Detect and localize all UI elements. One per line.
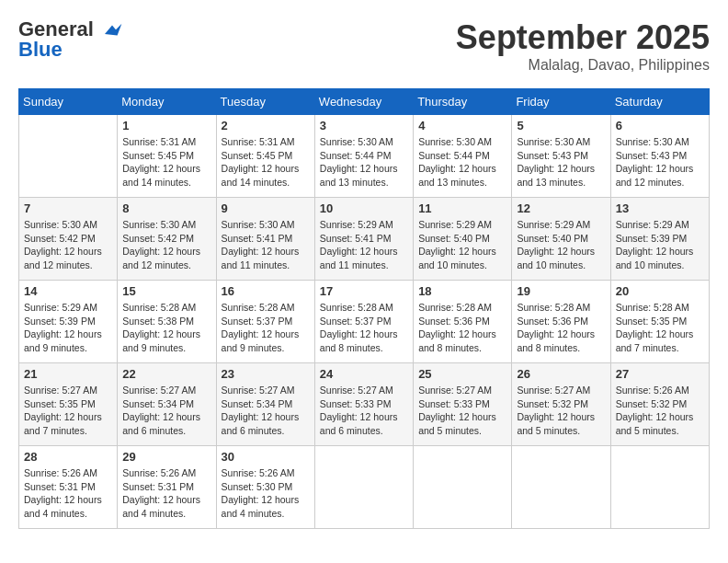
day-number: 7 bbox=[24, 201, 112, 215]
day-number: 9 bbox=[222, 201, 310, 215]
day-info: Sunrise: 5:30 AM Sunset: 5:43 PM Dayligh… bbox=[616, 135, 704, 190]
day-info: Sunrise: 5:31 AM Sunset: 5:45 PM Dayligh… bbox=[122, 135, 210, 190]
weekday-header-wednesday: Wednesday bbox=[314, 89, 413, 115]
day-number: 19 bbox=[517, 284, 605, 298]
calendar-cell: 7Sunrise: 5:30 AM Sunset: 5:42 PM Daylig… bbox=[19, 198, 118, 281]
calendar-cell: 28Sunrise: 5:26 AM Sunset: 5:31 PM Dayli… bbox=[19, 446, 118, 529]
calendar-cell bbox=[314, 446, 413, 529]
weekday-header-monday: Monday bbox=[118, 89, 216, 115]
calendar-cell: 20Sunrise: 5:28 AM Sunset: 5:35 PM Dayli… bbox=[610, 281, 709, 363]
day-number: 20 bbox=[616, 284, 704, 298]
day-info: Sunrise: 5:27 AM Sunset: 5:34 PM Dayligh… bbox=[222, 384, 310, 438]
weekday-header-tuesday: Tuesday bbox=[216, 89, 314, 115]
calendar-cell bbox=[512, 446, 610, 529]
day-number: 23 bbox=[222, 367, 310, 381]
logo: General Blue bbox=[18, 18, 123, 62]
day-number: 30 bbox=[222, 450, 310, 464]
day-info: Sunrise: 5:29 AM Sunset: 5:39 PM Dayligh… bbox=[616, 218, 704, 272]
calendar-cell: 5Sunrise: 5:30 AM Sunset: 5:43 PM Daylig… bbox=[512, 115, 610, 198]
calendar-cell: 22Sunrise: 5:27 AM Sunset: 5:34 PM Dayli… bbox=[118, 363, 216, 446]
logo-bird-icon bbox=[101, 19, 123, 41]
calendar-cell: 29Sunrise: 5:26 AM Sunset: 5:31 PM Dayli… bbox=[118, 446, 216, 529]
calendar-cell: 25Sunrise: 5:27 AM Sunset: 5:33 PM Dayli… bbox=[414, 363, 512, 446]
day-info: Sunrise: 5:27 AM Sunset: 5:34 PM Dayligh… bbox=[122, 384, 210, 438]
weekday-header-thursday: Thursday bbox=[414, 89, 512, 115]
calendar-cell bbox=[19, 115, 118, 198]
day-number: 8 bbox=[122, 201, 210, 215]
day-number: 17 bbox=[320, 284, 408, 298]
day-info: Sunrise: 5:27 AM Sunset: 5:32 PM Dayligh… bbox=[517, 384, 605, 438]
calendar-cell: 8Sunrise: 5:30 AM Sunset: 5:42 PM Daylig… bbox=[118, 198, 216, 281]
day-number: 5 bbox=[517, 119, 605, 132]
week-row-4: 21Sunrise: 5:27 AM Sunset: 5:35 PM Dayli… bbox=[19, 363, 710, 446]
day-info: Sunrise: 5:30 AM Sunset: 5:42 PM Dayligh… bbox=[24, 218, 112, 272]
day-number: 4 bbox=[418, 119, 506, 132]
calendar-cell: 13Sunrise: 5:29 AM Sunset: 5:39 PM Dayli… bbox=[610, 198, 709, 281]
weekday-header-saturday: Saturday bbox=[610, 89, 709, 115]
day-number: 29 bbox=[122, 450, 210, 464]
day-info: Sunrise: 5:26 AM Sunset: 5:30 PM Dayligh… bbox=[222, 466, 310, 521]
calendar-cell: 24Sunrise: 5:27 AM Sunset: 5:33 PM Dayli… bbox=[314, 363, 413, 446]
day-info: Sunrise: 5:28 AM Sunset: 5:38 PM Dayligh… bbox=[122, 301, 210, 355]
day-info: Sunrise: 5:30 AM Sunset: 5:41 PM Dayligh… bbox=[222, 218, 310, 272]
day-info: Sunrise: 5:28 AM Sunset: 5:35 PM Dayligh… bbox=[616, 301, 704, 355]
calendar-cell: 27Sunrise: 5:26 AM Sunset: 5:32 PM Dayli… bbox=[610, 363, 709, 446]
day-info: Sunrise: 5:27 AM Sunset: 5:33 PM Dayligh… bbox=[320, 384, 408, 438]
day-info: Sunrise: 5:28 AM Sunset: 5:37 PM Dayligh… bbox=[222, 301, 310, 355]
calendar-cell bbox=[610, 446, 709, 529]
calendar-cell: 9Sunrise: 5:30 AM Sunset: 5:41 PM Daylig… bbox=[216, 198, 314, 281]
day-number: 26 bbox=[517, 367, 605, 381]
week-row-1: 1Sunrise: 5:31 AM Sunset: 5:45 PM Daylig… bbox=[19, 115, 710, 198]
calendar-cell: 1Sunrise: 5:31 AM Sunset: 5:45 PM Daylig… bbox=[118, 115, 216, 198]
calendar-cell: 3Sunrise: 5:30 AM Sunset: 5:44 PM Daylig… bbox=[314, 115, 413, 198]
day-info: Sunrise: 5:29 AM Sunset: 5:40 PM Dayligh… bbox=[418, 218, 506, 272]
day-info: Sunrise: 5:26 AM Sunset: 5:32 PM Dayligh… bbox=[616, 384, 704, 438]
day-info: Sunrise: 5:29 AM Sunset: 5:41 PM Dayligh… bbox=[320, 218, 408, 272]
location-title: Malalag, Davao, Philippines bbox=[456, 57, 710, 74]
day-number: 14 bbox=[24, 284, 112, 298]
day-info: Sunrise: 5:30 AM Sunset: 5:44 PM Dayligh… bbox=[418, 135, 506, 190]
weekday-header-friday: Friday bbox=[512, 89, 610, 115]
day-info: Sunrise: 5:26 AM Sunset: 5:31 PM Dayligh… bbox=[24, 466, 112, 521]
day-number: 21 bbox=[24, 367, 112, 381]
day-info: Sunrise: 5:30 AM Sunset: 5:44 PM Dayligh… bbox=[320, 135, 408, 190]
day-info: Sunrise: 5:29 AM Sunset: 5:40 PM Dayligh… bbox=[517, 218, 605, 272]
week-row-2: 7Sunrise: 5:30 AM Sunset: 5:42 PM Daylig… bbox=[19, 198, 710, 281]
day-info: Sunrise: 5:30 AM Sunset: 5:42 PM Dayligh… bbox=[122, 218, 210, 272]
calendar-cell: 17Sunrise: 5:28 AM Sunset: 5:37 PM Dayli… bbox=[314, 281, 413, 363]
calendar-cell: 2Sunrise: 5:31 AM Sunset: 5:45 PM Daylig… bbox=[216, 115, 314, 198]
day-info: Sunrise: 5:30 AM Sunset: 5:43 PM Dayligh… bbox=[517, 135, 605, 190]
day-number: 10 bbox=[320, 201, 408, 215]
calendar-cell: 4Sunrise: 5:30 AM Sunset: 5:44 PM Daylig… bbox=[414, 115, 512, 198]
day-info: Sunrise: 5:31 AM Sunset: 5:45 PM Dayligh… bbox=[222, 135, 310, 190]
day-number: 28 bbox=[24, 450, 112, 464]
day-number: 1 bbox=[122, 119, 210, 132]
calendar-table: SundayMondayTuesdayWednesdayThursdayFrid… bbox=[18, 88, 710, 529]
calendar-cell: 11Sunrise: 5:29 AM Sunset: 5:40 PM Dayli… bbox=[414, 198, 512, 281]
day-number: 15 bbox=[122, 284, 210, 298]
calendar-cell: 6Sunrise: 5:30 AM Sunset: 5:43 PM Daylig… bbox=[610, 115, 709, 198]
day-number: 11 bbox=[418, 201, 506, 215]
calendar-cell: 16Sunrise: 5:28 AM Sunset: 5:37 PM Dayli… bbox=[216, 281, 314, 363]
calendar-cell: 23Sunrise: 5:27 AM Sunset: 5:34 PM Dayli… bbox=[216, 363, 314, 446]
week-row-3: 14Sunrise: 5:29 AM Sunset: 5:39 PM Dayli… bbox=[19, 281, 710, 363]
day-number: 25 bbox=[418, 367, 506, 381]
svg-marker-0 bbox=[105, 24, 121, 36]
day-info: Sunrise: 5:27 AM Sunset: 5:33 PM Dayligh… bbox=[418, 384, 506, 438]
calendar-body: 1Sunrise: 5:31 AM Sunset: 5:45 PM Daylig… bbox=[19, 115, 710, 529]
day-number: 27 bbox=[616, 367, 704, 381]
day-info: Sunrise: 5:27 AM Sunset: 5:35 PM Dayligh… bbox=[24, 384, 112, 438]
day-info: Sunrise: 5:28 AM Sunset: 5:37 PM Dayligh… bbox=[320, 301, 408, 355]
calendar-cell: 10Sunrise: 5:29 AM Sunset: 5:41 PM Dayli… bbox=[314, 198, 413, 281]
day-info: Sunrise: 5:29 AM Sunset: 5:39 PM Dayligh… bbox=[24, 301, 112, 355]
day-number: 16 bbox=[222, 284, 310, 298]
day-number: 18 bbox=[418, 284, 506, 298]
day-number: 3 bbox=[320, 119, 408, 132]
day-info: Sunrise: 5:28 AM Sunset: 5:36 PM Dayligh… bbox=[418, 301, 506, 355]
title-area: September 2025 Malalag, Davao, Philippin… bbox=[456, 18, 710, 74]
calendar-cell: 19Sunrise: 5:28 AM Sunset: 5:36 PM Dayli… bbox=[512, 281, 610, 363]
calendar-cell: 21Sunrise: 5:27 AM Sunset: 5:35 PM Dayli… bbox=[19, 363, 118, 446]
day-number: 22 bbox=[122, 367, 210, 381]
week-row-5: 28Sunrise: 5:26 AM Sunset: 5:31 PM Dayli… bbox=[19, 446, 710, 529]
calendar-cell: 18Sunrise: 5:28 AM Sunset: 5:36 PM Dayli… bbox=[414, 281, 512, 363]
